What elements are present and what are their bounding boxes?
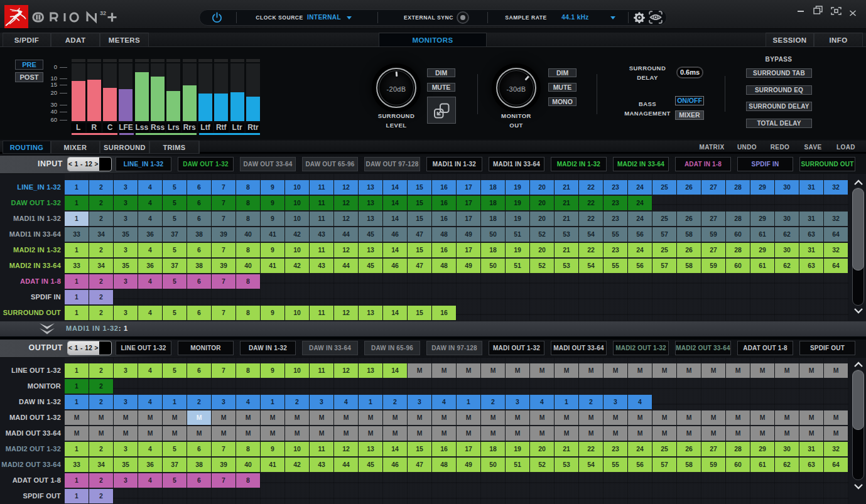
svg-text:32: 32: [100, 10, 106, 16]
